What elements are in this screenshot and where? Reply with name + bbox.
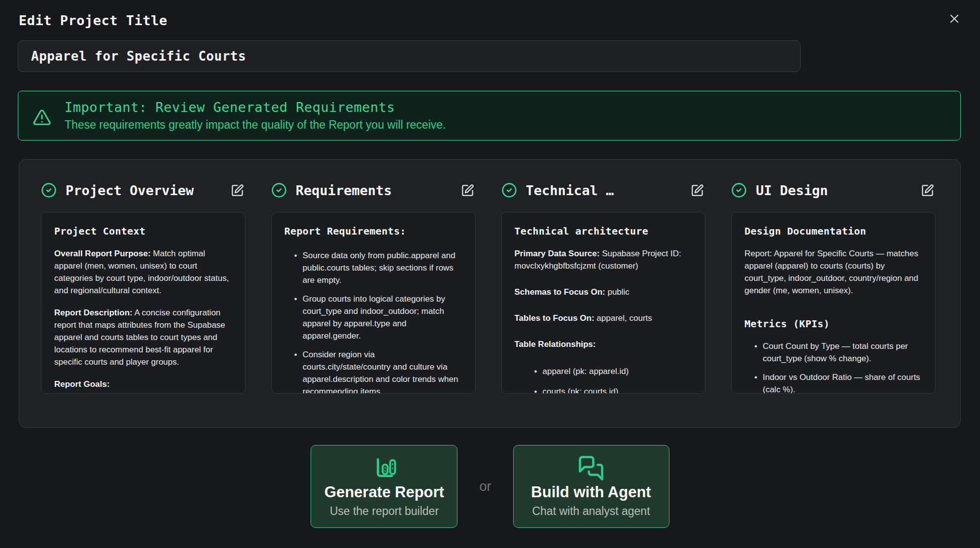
table-relationships-list: apparel (pk: apparel.id) courts (pk: cou… (515, 366, 693, 394)
ui-design-card[interactable]: Design Documentation Report: Apparel for… (731, 212, 936, 394)
edit-ui-design-button[interactable] (921, 183, 936, 198)
report-goals: Report Goals: (54, 378, 232, 391)
overall-report-purpose: Overall Report Purpose: Match optimal ap… (54, 248, 232, 297)
sections-panel: Project Overview Project Context Overall… (19, 159, 961, 428)
page-title: Edit Project Title (19, 13, 168, 28)
tables-to-focus: Tables to Focus On: apparel, courts (515, 312, 693, 325)
list-item: Group courts into logical categories by … (294, 293, 462, 342)
list-item: Court Count by Type — total courts per c… (754, 341, 922, 365)
check-circle-icon (731, 182, 747, 198)
section-title-technical: Technical … (526, 183, 682, 198)
table-relationships: Table Relationships: (515, 339, 693, 351)
warning-triangle-icon (32, 108, 52, 128)
section-title-ui-design: UI Design (756, 183, 912, 198)
generate-report-button[interactable]: Generate Report Use the report builder (311, 445, 457, 528)
requirements-list: Source data only from public.apparel and… (284, 250, 462, 394)
square-pen-icon (461, 184, 476, 197)
alert-title: Important: Review Generated Requirements (65, 100, 446, 115)
build-with-agent-subtitle: Chat with analyst agent (532, 505, 650, 518)
action-bar: Generate Report Use the report builder o… (0, 445, 980, 528)
primary-data-source: Primary Data Source: Supabase Project ID… (515, 248, 693, 273)
list-item: apparel (pk: apparel.id) (534, 366, 693, 378)
metrics-heading: Metrics (KPIs) (744, 318, 922, 330)
generate-report-label: Generate Report (324, 483, 444, 501)
section-requirements: Requirements Report Requirements: Source… (271, 180, 476, 427)
check-circle-icon (501, 182, 517, 198)
build-with-agent-button[interactable]: Build with Agent Chat with analyst agent (513, 445, 669, 528)
section-title-requirements: Requirements (296, 183, 452, 198)
list-item: courts (pk: courts.id) (534, 386, 693, 394)
section-title-project-overview: Project Overview (66, 183, 222, 198)
card-heading: Project Context (54, 225, 232, 237)
generate-report-subtitle: Use the report builder (330, 505, 439, 518)
close-icon (947, 12, 961, 26)
alert-subtitle: These requirements greatly impact the qu… (65, 118, 446, 132)
requirements-card[interactable]: Report Requirements: Source data only fr… (271, 212, 476, 394)
check-circle-icon (271, 182, 287, 198)
requirements-alert: Important: Review Generated Requirements… (18, 91, 961, 140)
project-overview-card[interactable]: Project Context Overall Report Purpose: … (41, 212, 245, 394)
section-project-overview: Project Overview Project Context Overall… (41, 180, 245, 427)
list-item: Source data only from public.apparel and… (294, 250, 462, 287)
metrics-list: Court Count by Type — total courts per c… (744, 341, 922, 394)
or-separator: or (479, 479, 491, 494)
edit-technical-button[interactable] (691, 183, 705, 198)
square-pen-icon (231, 184, 245, 197)
close-button[interactable] (943, 7, 966, 31)
square-pen-icon (691, 184, 705, 197)
card-heading: Design Documentation (744, 225, 922, 237)
check-circle-icon (41, 182, 57, 198)
card-heading: Technical architecture (515, 225, 693, 237)
design-report-summary: Report: Apparel for Specific Courts — ma… (744, 248, 922, 297)
section-ui-design: UI Design Design Documentation Report: A… (731, 180, 936, 427)
schemas-to-focus: Schemas to Focus On: public (515, 286, 693, 299)
technical-card[interactable]: Technical architecture Primary Data Sour… (501, 212, 706, 394)
list-item: Indoor vs Outdoor Ratio — share of court… (754, 372, 922, 394)
chat-bubbles-icon (578, 455, 604, 481)
edit-project-overview-button[interactable] (231, 183, 245, 198)
list-item: Consider region via courts.city/state/co… (294, 349, 462, 394)
section-technical: Technical … Technical architecture Prima… (501, 180, 706, 427)
square-pen-icon (921, 184, 936, 197)
edit-requirements-button[interactable] (461, 183, 476, 198)
project-title-input[interactable] (18, 40, 801, 72)
card-heading: Report Requirements: (284, 225, 462, 237)
bar-chart-icon (371, 455, 397, 481)
report-description: Report Description: A concise configurat… (54, 307, 232, 369)
build-with-agent-label: Build with Agent (531, 483, 651, 501)
